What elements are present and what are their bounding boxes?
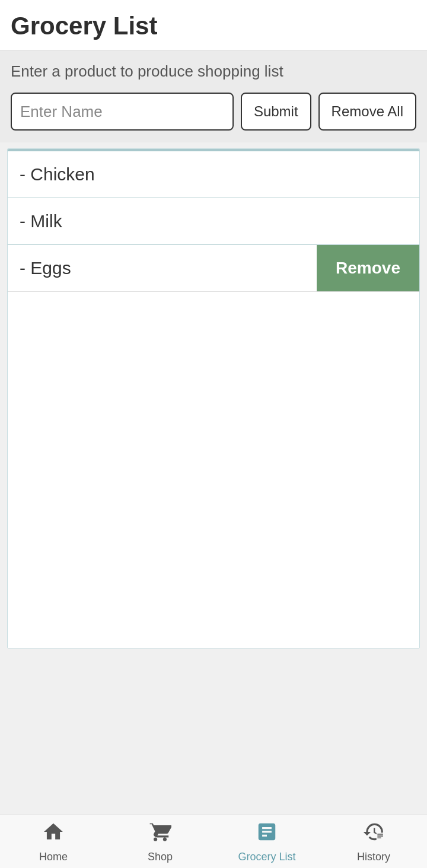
list-item-text: - Milk bbox=[20, 211, 407, 231]
page-title: Grocery List bbox=[11, 12, 157, 40]
list-item: - Chicken bbox=[8, 151, 419, 198]
header: Grocery List bbox=[0, 0, 427, 50]
shop-icon bbox=[149, 821, 171, 848]
list-item-text: - Eggs bbox=[8, 245, 317, 291]
bottom-nav: Home Shop Grocery List History bbox=[0, 815, 427, 868]
grocery-list: - Chicken - Milk - Eggs Remove bbox=[7, 148, 420, 648]
nav-item-history[interactable]: History bbox=[320, 821, 427, 863]
home-icon bbox=[42, 821, 65, 848]
nav-item-home[interactable]: Home bbox=[0, 821, 107, 863]
input-row: Submit Remove All bbox=[11, 93, 416, 131]
remove-all-button[interactable]: Remove All bbox=[318, 93, 416, 131]
submit-button[interactable]: Submit bbox=[241, 93, 311, 131]
list-empty-area bbox=[8, 292, 419, 648]
subtitle-text: Enter a product to produce shopping list bbox=[11, 62, 416, 81]
name-input[interactable] bbox=[11, 93, 234, 131]
list-item: - Milk bbox=[8, 198, 419, 245]
nav-label-grocery-list: Grocery List bbox=[238, 851, 295, 863]
remove-item-button[interactable]: Remove bbox=[317, 245, 419, 291]
list-item-text: - Chicken bbox=[20, 164, 407, 185]
history-icon bbox=[362, 821, 385, 848]
nav-label-shop: Shop bbox=[148, 851, 173, 863]
list-item-with-remove: - Eggs Remove bbox=[8, 245, 419, 292]
list-icon bbox=[256, 821, 278, 848]
nav-label-history: History bbox=[357, 851, 390, 863]
nav-item-grocery-list[interactable]: Grocery List bbox=[214, 821, 320, 863]
nav-label-home: Home bbox=[39, 851, 68, 863]
controls-area: Enter a product to produce shopping list… bbox=[0, 50, 427, 142]
nav-item-shop[interactable]: Shop bbox=[107, 821, 214, 863]
